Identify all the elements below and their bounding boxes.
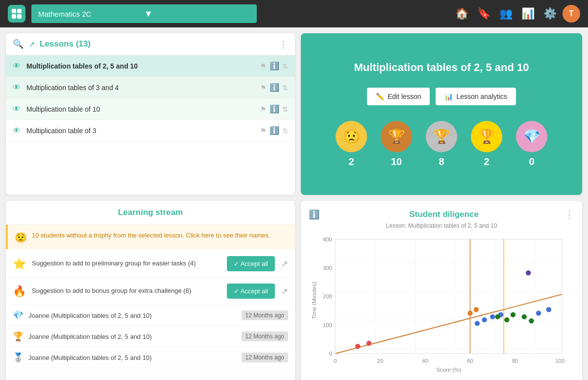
info-icon[interactable]: ℹ️ [270, 126, 279, 135]
suggestion-item: ⭐ Suggestion to add to preliminary group… [6, 250, 295, 278]
flag-icon[interactable]: ⚑ [260, 105, 267, 113]
lesson-detail-title: Multiplication tables of 2, 5 and 10 [354, 61, 529, 74]
silver-badge-icon: 🏆 [426, 121, 457, 152]
lessons-panel: 🔍 ↗ Lessons (13) ⋮ 👁 Multiplication tabl… [6, 33, 295, 195]
chart-icon[interactable]: 📊 [521, 7, 535, 20]
svg-point-35 [511, 312, 515, 317]
log-item: 💎 Joanne (Multiplication tables of 2, 5 … [6, 305, 295, 326]
edit-icon: ✏️ [376, 93, 384, 100]
visibility-icon: 👁 [13, 83, 21, 92]
svg-text:0: 0 [329, 351, 332, 356]
suggestion-text: Suggestion to add to preliminary group f… [32, 259, 221, 268]
svg-text:Score (%): Score (%) [436, 367, 461, 373]
lesson-name: Multiplication tables of 3 and 4 [26, 84, 260, 92]
reorder-icon[interactable]: ⇅ [282, 84, 288, 92]
user-avatar[interactable]: T [563, 5, 580, 23]
svg-text:100: 100 [555, 358, 564, 364]
analytics-icon: 📊 [444, 93, 453, 100]
lesson-analytics-button[interactable]: 📊 Lesson analytics [436, 88, 516, 105]
visibility-icon: 👁 [13, 105, 21, 114]
chart-container: 0 100 200 300 400 0 20 40 60 80 100 Time… [309, 233, 574, 380]
info-icon[interactable]: ℹ️ [270, 104, 279, 114]
expand-suggestion-icon[interactable]: ↗ [281, 259, 288, 269]
svg-point-34 [504, 317, 509, 322]
badge-sad: 😟 2 [336, 121, 367, 167]
star-icon: ⭐ [13, 258, 26, 270]
lesson-item[interactable]: 👁 Multiplication table of 10 ⚑ ℹ️ ⇅ [6, 98, 295, 120]
svg-text:20: 20 [377, 358, 384, 364]
accept-all-button[interactable]: ✓ Accept all [227, 284, 275, 299]
reorder-icon[interactable]: ⇅ [282, 62, 288, 70]
visibility-icon: 👁 [13, 62, 21, 71]
header: Mathematics 2C ▼ 🏠 🔖 👥 📊 ⚙️ T [0, 0, 588, 27]
lesson-detail-panel: Multiplication tables of 2, 5 and 10 ✏️ … [301, 33, 582, 195]
lesson-name: Multiplication table of 3 [26, 127, 260, 135]
log-text: Joanne (Multiplication tables of 2, 5 an… [28, 312, 237, 319]
bronze-badge-count: 10 [391, 156, 402, 167]
flag-icon[interactable]: ⚑ [260, 127, 267, 135]
lesson-item[interactable]: 👁 Multiplication table of 3 ⚑ ℹ️ ⇅ [6, 120, 295, 142]
lessons-title: Lessons (13) [40, 39, 273, 49]
log-text: Joanne (Multiplication tables of 2, 5 an… [28, 354, 237, 361]
lesson-name: Multiplication table of 10 [26, 105, 260, 113]
stream-content: 😟 10 students without a trophy from the … [6, 225, 295, 380]
users-icon[interactable]: 👥 [499, 7, 513, 20]
log-timestamp: 12 Months ago [242, 332, 288, 341]
bookmark-icon[interactable]: 🔖 [477, 7, 490, 20]
log-timestamp: 12 Months ago [242, 310, 288, 320]
expand-suggestion-icon[interactable]: ↗ [281, 286, 288, 297]
main-content: 🔍 ↗ Lessons (13) ⋮ 👁 Multiplication tabl… [0, 27, 588, 380]
svg-rect-5 [335, 239, 562, 353]
lessons-more-icon[interactable]: ⋮ [278, 38, 288, 50]
svg-text:40: 40 [422, 358, 428, 364]
svg-text:100: 100 [323, 322, 332, 328]
svg-text:0: 0 [334, 358, 337, 364]
lesson-item[interactable]: 👁 Multiplication tables of 3 and 4 ⚑ ℹ️ … [6, 77, 295, 98]
svg-point-25 [482, 317, 487, 322]
svg-point-36 [522, 314, 527, 319]
learning-stream-panel: Learning stream 😟 10 students without a … [6, 201, 295, 380]
svg-point-33 [495, 314, 500, 319]
chevron-down-icon: ▼ [144, 9, 250, 19]
svg-text:60: 60 [467, 358, 473, 364]
lesson-detail-buttons: ✏️ Edit lesson 📊 Lesson analytics [367, 88, 516, 105]
svg-rect-0 [12, 9, 16, 13]
home-icon[interactable]: 🏠 [455, 7, 468, 20]
svg-text:80: 80 [512, 358, 518, 364]
lesson-action-icons: ⚑ ℹ️ ⇅ [260, 126, 288, 135]
flag-icon[interactable]: ⚑ [260, 62, 267, 70]
accept-all-button[interactable]: ✓ Accept all [227, 256, 275, 271]
svg-text:Time (Minutes): Time (Minutes) [311, 282, 317, 319]
stream-title: Learning stream [6, 201, 295, 225]
badge-gold: 🏆 2 [471, 121, 502, 167]
alert-banner[interactable]: 😟 10 students without a trophy from the … [6, 225, 295, 249]
info-icon[interactable]: ℹ️ [270, 83, 279, 92]
app-logo[interactable] [8, 5, 25, 23]
expand-icon[interactable]: ↗ [28, 40, 35, 49]
edit-lesson-button[interactable]: ✏️ Edit lesson [367, 88, 430, 105]
info-icon[interactable]: ℹ️ [309, 209, 319, 220]
reorder-icon[interactable]: ⇅ [282, 127, 288, 135]
chart-subtitle: Lesson: Multiplication tables of 2, 5 an… [309, 222, 574, 229]
svg-rect-1 [17, 9, 22, 13]
svg-point-23 [367, 341, 371, 346]
diligence-more-icon[interactable]: ⋮ [564, 209, 574, 220]
gold-log-icon: 🏆 [13, 331, 24, 342]
diamond-badge-count: 0 [529, 156, 534, 167]
log-item: 🥈 Joanne (Multiplication tables of 2, 5 … [6, 347, 295, 368]
settings-icon[interactable]: ⚙️ [543, 7, 557, 20]
flag-icon[interactable]: ⚑ [260, 84, 267, 92]
badges-row: 😟 2 🏆 10 🏆 8 🏆 2 💎 0 [336, 121, 547, 167]
reorder-icon[interactable]: ⇅ [282, 105, 288, 113]
svg-point-28 [536, 310, 541, 315]
class-dropdown[interactable]: Mathematics 2C ▼ [31, 4, 257, 23]
lesson-item[interactable]: 👁 Multiplication tables of 2, 5 and 10 ⚑… [6, 55, 295, 77]
gold-badge-count: 2 [484, 156, 489, 167]
log-text: Joanne (Multiplication tables of 2, 5 an… [28, 333, 237, 340]
search-icon[interactable]: 🔍 [13, 39, 24, 49]
alert-text[interactable]: 10 students without a trophy from the se… [32, 231, 270, 240]
svg-point-26 [490, 314, 495, 319]
info-icon[interactable]: ℹ️ [270, 61, 279, 71]
svg-text:200: 200 [323, 293, 332, 299]
diligence-panel: ℹ️ Student diligence ⋮ Lesson: Multiplic… [301, 201, 582, 380]
